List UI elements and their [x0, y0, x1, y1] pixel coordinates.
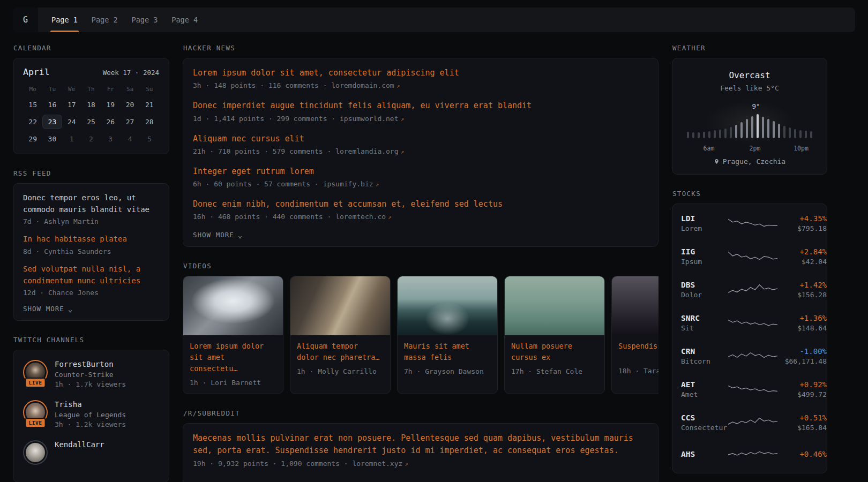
- stock-sparkline: [728, 282, 777, 298]
- hn-item-title[interactable]: Aliquam nec cursus elit: [193, 133, 648, 145]
- stock-ticker[interactable]: IIG: [681, 247, 728, 256]
- hn-item-domain-link[interactable]: ipsumify.biz: [323, 180, 373, 188]
- video-card[interactable]: Nullam posuere cursus ex 17h · Stefan Co…: [504, 276, 605, 394]
- calendar-dow: Th: [81, 84, 101, 95]
- avatar-image: [26, 443, 45, 462]
- stock-ticker[interactable]: SNRC: [681, 314, 728, 322]
- reddit-post: Maecenas mollis pulvinar erat non posuer…: [193, 432, 648, 468]
- stock-sparkline: [728, 315, 777, 331]
- hn-item-domain-link[interactable]: ipsumworld.net: [340, 115, 399, 123]
- hn-item: Integer eget rutrum lorem 6h · 60 points…: [193, 165, 648, 188]
- videos-row[interactable]: Lorem ipsum dolor sit amet consectetu… 1…: [183, 276, 659, 394]
- video-title[interactable]: Mauris sit amet massa felis: [404, 341, 491, 363]
- video-thumbnail[interactable]: [183, 276, 283, 335]
- video-thumbnail[interactable]: [505, 276, 604, 335]
- stock-name: Amet: [681, 390, 728, 398]
- twitch-channel[interactable]: KendallCarr: [23, 440, 159, 465]
- stock-ticker[interactable]: AET: [681, 380, 728, 389]
- video-title[interactable]: Aliquam tempor dolor nec pharetra…: [297, 341, 384, 363]
- stock-sparkline: [728, 447, 777, 463]
- twitch-channel[interactable]: LIVE Trisha League of Legends 3h · 1.2k …: [23, 400, 159, 428]
- tab-page-3[interactable]: Page 3: [125, 7, 165, 32]
- calendar-month: April: [23, 67, 50, 77]
- hn-item: Aliquam nec cursus elit 21h · 710 points…: [193, 133, 648, 155]
- twitch-channel[interactable]: LIVE ForrestBurton Counter-Strike 1h · 1…: [23, 360, 159, 388]
- weather-bar: [773, 121, 775, 138]
- stock-row[interactable]: CCSConsectetur +0.51%$165.84: [681, 406, 818, 439]
- video-thumbnail[interactable]: [290, 276, 390, 335]
- hn-item-domain-link[interactable]: loremtech.co: [335, 213, 386, 221]
- show-more-label: SHOW MORE: [23, 305, 64, 313]
- calendar-dow: Su: [140, 84, 159, 95]
- calendar-dow: Tu: [42, 84, 62, 95]
- twitch-section-title: TWITCH CHANNELS: [13, 336, 169, 344]
- video-thumbnail[interactable]: [612, 276, 659, 335]
- hacker-news-section: HACKER NEWS Lorem ipsum dolor sit amet, …: [183, 44, 659, 247]
- hn-item-title[interactable]: Donec imperdiet augue tincidunt felis al…: [193, 100, 648, 112]
- video-title[interactable]: Suspendisse diam: [618, 341, 659, 363]
- stock-change: -1.00%: [777, 347, 827, 356]
- stock-name: Ipsum: [681, 258, 728, 266]
- calendar-day: 15: [23, 97, 42, 112]
- stock-row[interactable]: CRNBitcorn -1.00%$66,171.48: [681, 340, 818, 373]
- reddit-post-meta: 19h · 9,932 points · 1,090 comments · lo…: [193, 460, 648, 468]
- rss-item-title[interactable]: Sed volutpat nulla nisl, a condimentum n…: [23, 263, 159, 287]
- stock-name: Lorem: [681, 224, 728, 232]
- stock-row[interactable]: DBSDolor +1.42%$156.28: [681, 273, 818, 306]
- location-pin-icon: [714, 158, 720, 165]
- calendar-day: 26: [101, 115, 120, 129]
- stock-row[interactable]: AETAmet +0.92%$499.72: [681, 373, 818, 406]
- calendar-day: 29: [23, 132, 42, 146]
- stock-ticker[interactable]: CCS: [681, 413, 728, 422]
- video-card[interactable]: Aliquam tempor dolor nec pharetra… 1h · …: [290, 276, 391, 394]
- twitch-channel-meta: 1h · 1.7k viewers: [55, 380, 126, 388]
- tab-page-1[interactable]: Page 1: [44, 7, 85, 32]
- hn-item-domain-link[interactable]: loremlandia.org: [335, 147, 398, 155]
- weather-bar: [805, 131, 807, 138]
- videos-section: VIDEOS Lorem ipsum dolor sit amet consec…: [183, 262, 659, 394]
- subreddit-widget: Maecenas mollis pulvinar erat non posuer…: [183, 423, 659, 482]
- hn-show-more-button[interactable]: SHOW MORE ⌄: [193, 231, 243, 239]
- stock-sparkline: [728, 215, 777, 231]
- video-card[interactable]: Lorem ipsum dolor sit amet consectetu… 1…: [183, 276, 283, 394]
- stock-row[interactable]: IIGIpsum +2.84%$42.04: [681, 240, 818, 273]
- hn-item-title[interactable]: Integer eget rutrum lorem: [193, 165, 648, 178]
- rss-item-title[interactable]: In hac habitasse platea: [23, 234, 159, 245]
- reddit-post-title[interactable]: Maecenas mollis pulvinar erat non posuer…: [193, 432, 648, 457]
- stock-row[interactable]: SNRCSit +1.36%$148.64: [681, 306, 818, 340]
- rss-item-title[interactable]: Donec tempor eros leo, ut commodo mauris…: [23, 192, 159, 215]
- video-meta: 7h · Grayson Dawson: [404, 367, 491, 375]
- stock-price: $499.72: [777, 390, 827, 398]
- hn-item-title[interactable]: Donec enim nibh, condimentum et accumsan…: [193, 198, 648, 210]
- stock-ticker[interactable]: LDI: [681, 214, 728, 223]
- rss-section: RSS FEED Donec tempor eros leo, ut commo…: [13, 169, 169, 321]
- hn-item-domain-link[interactable]: loremdomain.com: [331, 81, 394, 89]
- hn-item-title[interactable]: Lorem ipsum dolor sit amet, consectetur …: [193, 67, 648, 79]
- stock-ticker[interactable]: DBS: [681, 281, 728, 289]
- tab-page-4[interactable]: Page 4: [164, 7, 205, 32]
- hn-item-meta: 6h · 60 points · 57 comments · ipsumify.…: [193, 180, 648, 188]
- stock-ticker[interactable]: AHS: [681, 450, 728, 458]
- twitch-channel-name[interactable]: KendallCarr: [55, 440, 104, 449]
- twitch-channel-name[interactable]: Trisha: [55, 400, 126, 409]
- twitch-channel-category: League of Legends: [55, 411, 126, 419]
- video-card[interactable]: Mauris sit amet massa felis 7h · Grayson…: [397, 276, 498, 394]
- topbar: G Page 1 Page 2 Page 3 Page 4: [13, 7, 855, 32]
- video-title[interactable]: Lorem ipsum dolor sit amet consectetu…: [190, 341, 276, 374]
- tab-page-2[interactable]: Page 2: [85, 7, 125, 32]
- avatar[interactable]: LIVE: [23, 400, 48, 425]
- stock-row[interactable]: AHS +0.46%: [681, 439, 818, 470]
- rss-show-more-button[interactable]: SHOW MORE ⌄: [23, 305, 73, 313]
- video-thumbnail[interactable]: [398, 276, 497, 335]
- video-card[interactable]: Suspendisse diam 18h · Tara: [611, 276, 659, 394]
- reddit-post-domain-link[interactable]: loremnet.xyz: [352, 460, 402, 468]
- avatar[interactable]: LIVE: [23, 360, 48, 385]
- hn-item-meta: 3h · 148 points · 116 comments · loremdo…: [193, 81, 648, 89]
- avatar[interactable]: [23, 440, 48, 465]
- twitch-channel-name[interactable]: ForrestBurton: [55, 360, 126, 369]
- video-title[interactable]: Nullam posuere cursus ex: [511, 341, 598, 363]
- weather-bar: [746, 119, 748, 138]
- weather-bar: [703, 132, 705, 138]
- stock-ticker[interactable]: CRN: [681, 347, 728, 356]
- stock-row[interactable]: LDILorem +4.35%$795.18: [681, 207, 818, 240]
